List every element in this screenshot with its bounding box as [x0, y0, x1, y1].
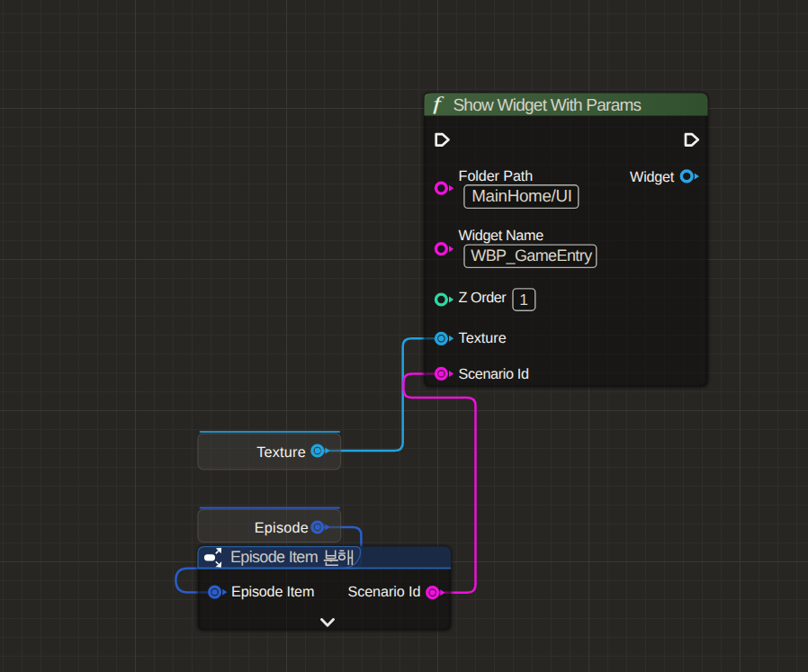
svg-text:Show Widget With Params: Show Widget With Params — [453, 96, 641, 115]
svg-text:Scenario Id: Scenario Id — [459, 366, 529, 382]
svg-text:Texture: Texture — [459, 330, 507, 346]
svg-text:Episode Item: Episode Item — [230, 548, 318, 566]
svg-text:Widget Name: Widget Name — [459, 228, 544, 244]
svg-text:Folder Path: Folder Path — [459, 168, 534, 184]
svg-text:Episode: Episode — [255, 520, 309, 536]
svg-text:Widget: Widget — [630, 169, 675, 185]
svg-text:Texture: Texture — [256, 444, 306, 461]
svg-text:WBP_GameEntry: WBP_GameEntry — [471, 246, 592, 264]
svg-text:1: 1 — [519, 291, 528, 309]
svg-text:Z Order: Z Order — [459, 290, 507, 306]
svg-text:Episode Item: Episode Item — [231, 584, 314, 600]
svg-text:MainHome/UI: MainHome/UI — [471, 186, 572, 205]
svg-text:Scenario Id: Scenario Id — [348, 584, 421, 600]
